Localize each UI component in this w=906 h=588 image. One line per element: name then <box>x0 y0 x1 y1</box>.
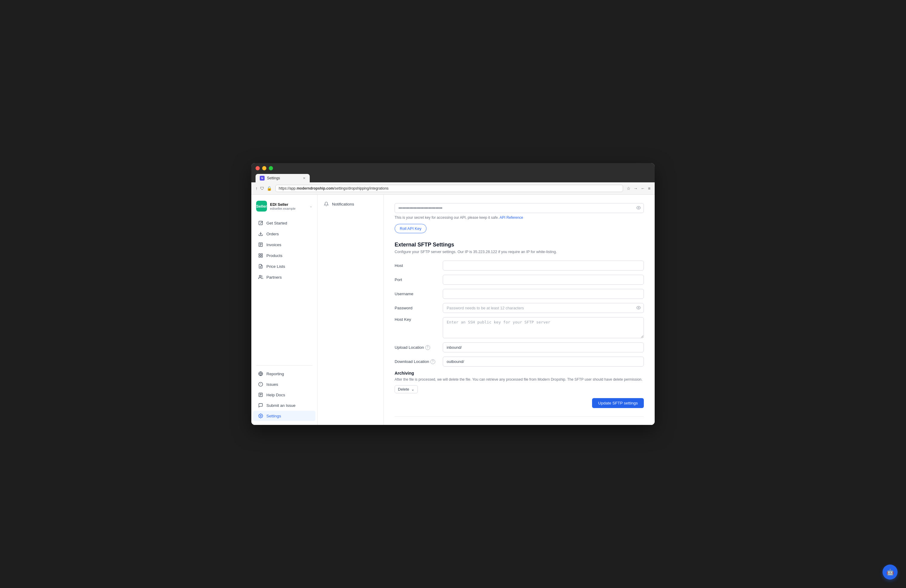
active-tab[interactable]: N Settings ✕ <box>255 174 310 182</box>
sidebar-item-issues[interactable]: Issues <box>253 379 316 389</box>
content-area: This is your secret key for accessing ou… <box>384 195 655 425</box>
roll-api-key-button[interactable]: Roll API Key <box>395 224 426 233</box>
sidebar-label: Submit an Issue <box>266 403 295 408</box>
account-info: EDI Seller ediseller.example <box>270 202 306 210</box>
sidebar-label: Products <box>266 253 282 258</box>
host-key-label: Host Key <box>395 317 443 322</box>
main-content: Notifications This is your secret key fo… <box>317 195 655 425</box>
tab-favicon-icon: N <box>260 176 265 180</box>
archiving-desc: After the file is processed, we will del… <box>395 378 644 382</box>
back-icon[interactable]: ← <box>641 186 645 191</box>
traffic-lights <box>255 166 651 171</box>
archive-select-value: Delete <box>398 387 409 392</box>
sidebar-item-invoices[interactable]: Invoices <box>253 239 316 250</box>
update-sftp-settings-button[interactable]: Update SFTP settings <box>592 398 644 408</box>
maximize-window-button[interactable] <box>269 166 273 171</box>
password-input[interactable] <box>443 303 644 313</box>
download-location-row: Download Location ? <box>395 357 644 367</box>
api-key-input-wrapper <box>395 203 644 213</box>
sidebar-item-reporting[interactable]: Reporting <box>253 369 316 379</box>
sidebar-label: Partners <box>266 275 282 280</box>
host-key-row: Host Key <box>395 317 644 338</box>
host-input[interactable] <box>443 261 644 271</box>
sidebar-label: Reporting <box>266 371 284 376</box>
browser-chrome: N Settings ✕ <box>251 163 655 182</box>
submit-issue-icon <box>258 403 263 408</box>
tab-title: Settings <box>267 176 280 180</box>
api-key-row <box>395 203 644 213</box>
username-row: Username <box>395 289 644 299</box>
sidebar-item-orders[interactable]: Orders <box>253 229 316 239</box>
section-divider <box>395 416 644 417</box>
sidebar-label: Invoices <box>266 242 281 247</box>
browser-actions: ☆ → ← ≡ <box>627 186 651 191</box>
users-icon <box>258 274 263 280</box>
sidebar-divider <box>256 365 313 366</box>
sidebar-label: Settings <box>266 414 281 418</box>
share-icon[interactable]: ↑ <box>255 186 258 191</box>
svg-rect-9 <box>261 256 262 257</box>
minimize-window-button[interactable] <box>262 166 266 171</box>
sub-sidebar: Notifications <box>317 195 384 425</box>
bell-icon <box>324 201 329 207</box>
api-reference-link[interactable]: API Reference <box>500 215 523 220</box>
sidebar-item-settings[interactable]: Settings <box>253 411 316 421</box>
upload-location-row: Upload Location ? <box>395 343 644 352</box>
archive-select-wrapper[interactable]: Delete ⌄ <box>395 385 418 393</box>
upload-location-info-icon[interactable]: ? <box>425 345 430 350</box>
file-icon <box>258 242 263 247</box>
archive-select-chevron-icon: ⌄ <box>411 387 415 392</box>
chat-button[interactable]: 🤖 <box>882 564 898 580</box>
sub-sidebar-item-notifications[interactable]: Notifications <box>317 198 383 210</box>
lock-icon: 🔒 <box>267 186 272 191</box>
sidebar-label: Orders <box>266 232 279 236</box>
shield-icon: 🛡 <box>260 186 264 191</box>
sidebar-label: Get Started <box>266 221 287 225</box>
check-square-icon <box>258 220 263 226</box>
sidebar-item-partners[interactable]: Partners <box>253 272 316 282</box>
download-location-label: Download Location ? <box>395 359 443 364</box>
price-list-icon <box>258 264 263 269</box>
archiving-title: Archiving <box>395 371 644 376</box>
forward-icon[interactable]: → <box>633 186 638 191</box>
account-name: EDI Seller <box>270 202 306 207</box>
avatar: Seller <box>256 201 267 212</box>
bookmark-icon[interactable]: ☆ <box>627 186 631 191</box>
svg-point-24 <box>638 307 639 308</box>
host-key-textarea[interactable] <box>443 317 644 338</box>
download-location-input[interactable] <box>443 357 644 367</box>
username-input[interactable] <box>443 289 644 299</box>
svg-rect-6 <box>259 254 260 255</box>
sidebar-label: Help Docs <box>266 393 285 397</box>
sidebar-item-products[interactable]: Products <box>253 250 316 261</box>
nav-controls: ↑ 🛡 🔒 <box>255 186 272 191</box>
account-selector[interactable]: Seller EDI Seller ediseller.example ⌄ <box>251 198 317 214</box>
reporting-icon <box>258 371 263 376</box>
svg-point-22 <box>260 415 261 416</box>
browser-window: N Settings ✕ ↑ 🛡 🔒 https://app.moderndro… <box>251 163 655 425</box>
download-location-info-icon[interactable]: ? <box>431 359 435 364</box>
upload-location-input[interactable] <box>443 343 644 352</box>
app-body: Seller EDI Seller ediseller.example ⌄ Ge… <box>251 195 655 425</box>
close-window-button[interactable] <box>255 166 260 171</box>
sidebar-item-price-lists[interactable]: Price Lists <box>253 261 316 271</box>
sidebar-item-help-docs[interactable]: Help Docs <box>253 390 316 400</box>
sidebar-label: Price Lists <box>266 264 285 269</box>
api-key-input[interactable] <box>395 203 644 213</box>
password-row: Password <box>395 303 644 313</box>
sidebar-item-submit-issue[interactable]: Submit an Issue <box>253 400 316 410</box>
sftp-section-title: External SFTP Settings <box>395 242 644 248</box>
toggle-password-visibility-button[interactable] <box>636 306 641 311</box>
svg-rect-0 <box>259 221 262 225</box>
tab-close-icon[interactable]: ✕ <box>303 176 306 180</box>
username-label: Username <box>395 292 443 296</box>
chat-icon: 🤖 <box>887 569 894 576</box>
grid-icon <box>258 253 263 258</box>
url-text: https://app.moderndropship.com/settings/… <box>279 186 389 191</box>
sidebar-item-get-started[interactable]: Get Started <box>253 218 316 228</box>
port-input[interactable] <box>443 275 644 285</box>
sftp-section-desc: Configure your SFTP server settings. Our… <box>395 250 644 254</box>
url-box[interactable]: https://app.moderndropship.com/settings/… <box>275 185 623 192</box>
toggle-api-key-visibility-button[interactable] <box>636 206 641 211</box>
menu-icon[interactable]: ≡ <box>648 186 651 191</box>
